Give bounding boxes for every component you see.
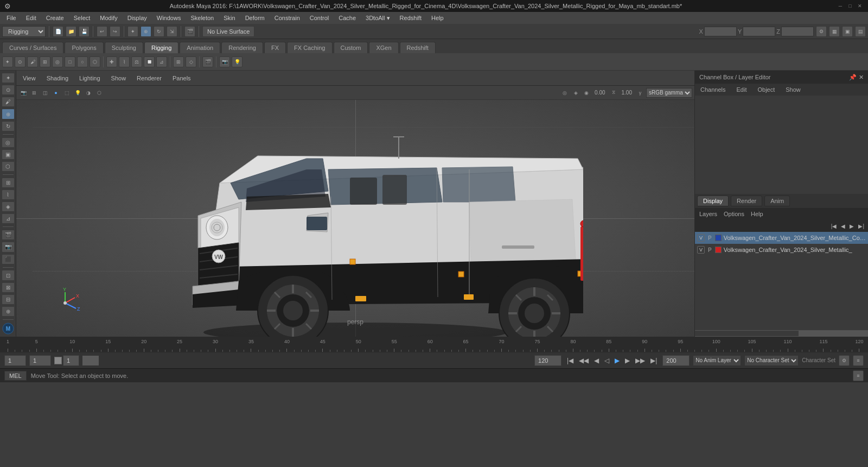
anim-next-key[interactable]: ▶	[623, 356, 632, 365]
menu-deform[interactable]: Deform	[241, 14, 269, 22]
left-render2-icon[interactable]: 📷	[2, 242, 15, 252]
anim-goto-end[interactable]: ▶|	[648, 356, 659, 365]
gray-field-input[interactable]	[63, 355, 79, 366]
dt-tab-render[interactable]: Render	[731, 195, 762, 206]
vp-cam-icon[interactable]: 📷	[18, 88, 28, 98]
vp-grid-icon[interactable]: ⊞	[29, 88, 39, 98]
rig-box-icon[interactable]: □	[65, 56, 75, 67]
no-live-surface-button[interactable]: No Live Surface	[202, 26, 254, 37]
left-paint-tool[interactable]: 🖌	[2, 97, 15, 107]
anim-step-fwd[interactable]: ▶▶	[633, 356, 647, 365]
rig-lasso-icon[interactable]: ⊙	[15, 56, 25, 67]
layer-vis-1[interactable]: V	[697, 234, 705, 242]
maximize-button[interactable]: □	[846, 2, 854, 10]
layer-tab-options[interactable]: Options	[724, 211, 744, 217]
rig-camera-icon[interactable]: 📷	[219, 56, 230, 67]
menu-display[interactable]: Display	[123, 14, 151, 22]
menu-redshift[interactable]: Redshift	[395, 14, 426, 22]
anim-play-back[interactable]: ◁	[602, 356, 611, 365]
tab-rendering[interactable]: Rendering	[221, 42, 263, 53]
menu-skin[interactable]: Skin	[219, 14, 239, 22]
vp-res-icon[interactable]: ◎	[560, 88, 570, 98]
left-snap2-icon[interactable]: ⌇	[2, 190, 15, 200]
left-move-tool[interactable]: ⊕	[2, 109, 15, 119]
right-scrollbar[interactable]	[695, 330, 868, 337]
ch-tab-channels[interactable]: Channels	[697, 85, 729, 94]
left-render3-icon[interactable]: ⬛	[2, 254, 15, 264]
vp-show-menu[interactable]: Show	[107, 74, 131, 83]
menu-3dtoll[interactable]: 3DtoAll ▾	[361, 14, 394, 23]
move-tool-icon[interactable]: ⊕	[141, 26, 151, 37]
layer-vis-2[interactable]: V	[697, 246, 705, 254]
left-rotate-tool[interactable]: ↻	[2, 121, 15, 131]
left-render1-icon[interactable]: 🎬	[2, 230, 15, 240]
layout-icon-3[interactable]: ▤	[855, 26, 866, 37]
vp-shadow-icon[interactable]: ◑	[84, 88, 93, 98]
rotate-tool-icon[interactable]: ↻	[154, 26, 164, 37]
rig-render-icon[interactable]: 🎬	[202, 56, 213, 67]
layer-tab-layers[interactable]: Layers	[699, 211, 717, 217]
vp-light-icon[interactable]: 💡	[73, 88, 82, 98]
anim-settings-icon[interactable]: ⚙	[839, 355, 850, 366]
script-mode[interactable]: MEL	[4, 371, 27, 381]
status-icon-1[interactable]: ≡	[853, 370, 864, 381]
anim-step-back[interactable]: ◀◀	[577, 356, 591, 365]
rig-select-icon[interactable]: ✦	[2, 56, 13, 67]
vp-view-menu[interactable]: View	[18, 74, 40, 83]
vp-renderer-menu[interactable]: Renderer	[132, 74, 166, 83]
rig-group-icon[interactable]: ⊿	[156, 56, 167, 67]
rig-cluster-icon[interactable]: 🔲	[144, 56, 155, 67]
tab-fx-caching[interactable]: FX Caching	[287, 42, 332, 53]
tab-redshift[interactable]: Redshift	[400, 42, 436, 53]
tab-rigging[interactable]: Rigging	[144, 42, 178, 53]
scale-tool-icon[interactable]: ⇲	[167, 26, 177, 37]
rig-cylinder-icon[interactable]: ⬡	[90, 56, 100, 67]
anim-goto-start[interactable]: |◀	[565, 356, 576, 365]
layer-nav-next[interactable]: ▶	[848, 222, 856, 230]
dt-tab-display[interactable]: Display	[697, 195, 729, 206]
frame-current-input[interactable]: 1	[29, 355, 51, 366]
left-snap4-icon[interactable]: ⊿	[2, 213, 15, 224]
rig-paint-icon[interactable]: 🖌	[27, 56, 38, 67]
left-select-tool[interactable]: ✦	[2, 73, 15, 83]
menu-constrain[interactable]: Constrain	[270, 14, 304, 22]
mode-select[interactable]: Rigging Modeling Animation	[2, 26, 46, 37]
anim-prev-key[interactable]: ◀	[592, 356, 601, 365]
tab-curves-surfaces[interactable]: Curves / Surfaces	[2, 42, 63, 53]
vp-sss-icon[interactable]: ◉	[582, 88, 591, 98]
rig-light-icon[interactable]: 💡	[232, 56, 242, 67]
left-sculpt-icon[interactable]: ⬡	[2, 161, 15, 172]
range-end-input[interactable]	[662, 355, 690, 366]
undo-icon[interactable]: ↩	[97, 26, 107, 37]
vp-tex-icon[interactable]: ⬚	[62, 88, 72, 98]
y-input[interactable]	[743, 27, 775, 36]
vp-panels-menu[interactable]: Panels	[168, 74, 195, 83]
left-misc2-icon[interactable]: ⊠	[2, 282, 15, 293]
layer-tab-help[interactable]: Help	[751, 211, 763, 217]
tab-custom[interactable]: Custom	[334, 42, 368, 53]
panel-pin-icon[interactable]: 📌	[849, 74, 857, 81]
layer-row-2[interactable]: V P Volkswagen_Crafter_Van_2024_Silver_M…	[695, 244, 868, 256]
vp-aa-icon[interactable]: ⬡	[94, 88, 104, 98]
vp-gamma-icon[interactable]: γ	[635, 88, 645, 98]
left-lasso-tool[interactable]: ⊙	[2, 85, 15, 95]
anim-layer-select[interactable]: No Anim Layer	[693, 355, 741, 366]
left-soft-icon[interactable]: ◎	[2, 137, 15, 148]
char-set-select[interactable]: No Character Set	[744, 355, 799, 366]
menu-control[interactable]: Control	[305, 14, 333, 22]
anim-play-fwd[interactable]: ▶	[612, 356, 622, 365]
frame-end-input[interactable]	[534, 355, 561, 366]
vp-shade-icon[interactable]: ●	[51, 88, 61, 98]
layer-row-1[interactable]: V P Volkswagen_Crafter_Van_2024_Silver_M…	[695, 232, 868, 244]
rig-weight-icon[interactable]: ⚖	[131, 56, 142, 67]
close-button[interactable]: ✕	[856, 2, 864, 10]
menu-help[interactable]: Help	[427, 14, 448, 22]
open-scene-icon[interactable]: 📁	[66, 26, 76, 37]
new-scene-icon[interactable]: 📄	[53, 26, 63, 37]
menu-windows[interactable]: Windows	[152, 14, 186, 22]
save-scene-icon[interactable]: 💾	[79, 26, 90, 37]
tab-sculpting[interactable]: Sculpting	[105, 42, 143, 53]
menu-modify[interactable]: Modify	[95, 14, 122, 22]
ch-tab-edit[interactable]: Edit	[733, 85, 750, 94]
left-snap3-icon[interactable]: ◈	[2, 201, 15, 212]
